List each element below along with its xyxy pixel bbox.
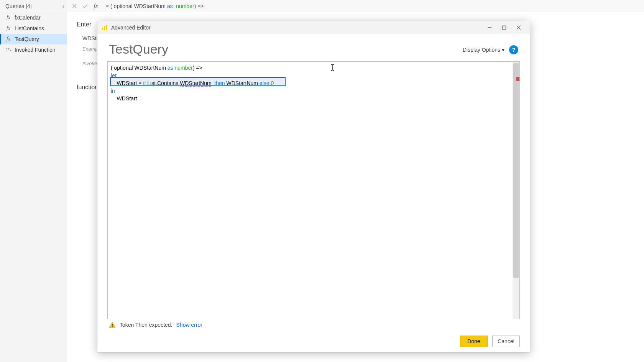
sidebar-header: Queries [4] ‹ [0,0,67,12]
code-line-1: ( optional WDStartNum as number) => [111,64,516,72]
dialog-titlebar[interactable]: Advanced Editor [97,21,530,34]
bg-text-function: function [77,84,98,91]
advanced-editor-dialog: Advanced Editor TestQuery Display Option… [97,21,530,352]
dialog-title: Advanced Editor [111,25,482,31]
code-line-2: let [111,72,516,79]
display-options-label: Display Options [463,47,500,53]
svg-rect-5 [112,326,113,327]
svg-rect-1 [104,26,105,30]
sidebar-title: Queries [4] [5,3,31,9]
fx-icon: fx [5,15,12,21]
done-button[interactable]: Done [460,336,488,347]
fx-icon[interactable]: fx [90,1,101,11]
query-item-listcontains[interactable]: fx ListContains [0,23,67,34]
close-button[interactable] [511,22,526,33]
query-item-invoked[interactable]: 1²₃ Invoked Function [0,44,67,55]
svg-rect-3 [503,26,506,29]
code-line-4: in [111,87,516,95]
editor-scrollbar[interactable] [513,62,519,319]
formula-text-type: number [176,3,194,9]
maximize-button[interactable] [497,22,511,33]
svg-rect-0 [102,28,103,30]
code-editor[interactable]: ( optional WDStartNum as number) => let … [107,61,520,319]
chevron-down-icon: ▾ [502,47,504,53]
error-marker[interactable] [516,77,520,81]
bg-text-enter: Enter [77,21,91,28]
query-name-heading[interactable]: TestQuery [109,42,168,57]
bg-text-invoke: Invoke [82,61,97,66]
number-icon: 1²₃ [5,48,12,52]
show-error-link[interactable]: Show error [176,322,202,328]
fx-icon: fx [5,36,12,42]
text-cursor-icon [330,64,335,71]
minimize-button[interactable] [482,22,497,33]
code-line-5: WDStart [111,95,516,102]
queries-sidebar: Queries [4] ‹ fx fxCalendar fx ListConta… [0,0,67,362]
formula-text-b: ) => [194,3,204,9]
svg-rect-2 [106,25,107,30]
query-item-fxcalendar[interactable]: fx fxCalendar [0,12,67,23]
help-icon[interactable]: ? [509,45,518,54]
code-line-3: WDStart = if List.Contains WDStartNum th… [111,79,516,87]
dialog-header: TestQuery Display Options ▾ ? [97,34,530,61]
query-label: ListContains [15,25,44,31]
formula-text-as: as [167,3,173,9]
error-message: Token Then expected. [120,322,172,328]
commit-edit-icon[interactable] [80,1,90,11]
formula-bar[interactable]: = ( optional WDStartNum as number) => [101,3,644,9]
formula-text-a: = ( optional WDStartNum [106,3,167,9]
display-options-dropdown[interactable]: Display Options ▾ [463,47,504,53]
query-label: TestQuery [15,36,39,42]
warning-icon [109,321,116,328]
fx-icon: fx [5,25,12,31]
cancel-edit-icon[interactable] [69,1,80,11]
svg-rect-4 [112,324,113,326]
query-label: fxCalendar [15,15,41,21]
dialog-footer: Done Cancel [97,331,530,352]
cancel-button[interactable]: Cancel [492,336,520,347]
query-label: Invoked Function [15,47,56,53]
collapse-sidebar-icon[interactable]: ‹ [62,3,64,10]
formula-bar-row: fx = ( optional WDStartNum as number) => [0,0,644,12]
scrollbar-thumb[interactable] [513,63,519,278]
error-bar: Token Then expected. Show error [97,319,530,331]
powerbi-icon [101,24,108,31]
query-item-testquery[interactable]: fx TestQuery [0,34,67,44]
